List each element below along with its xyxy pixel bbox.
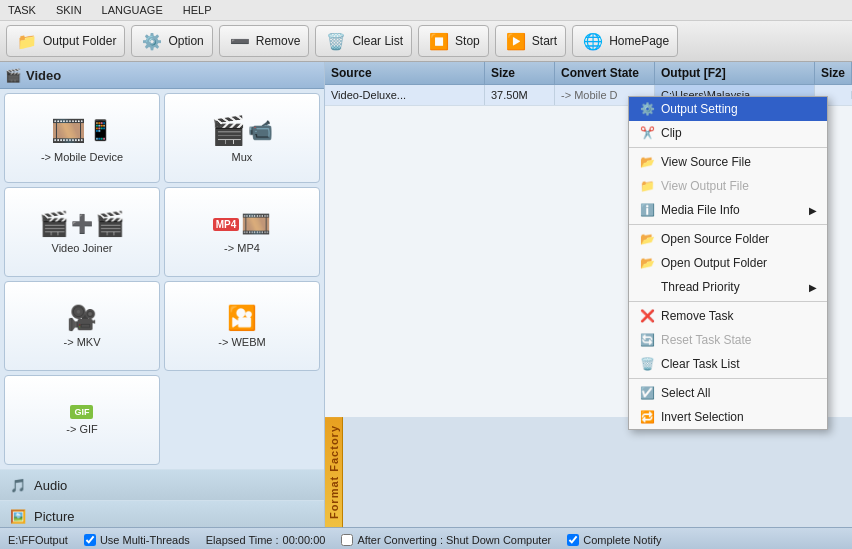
ctx-sep-4 xyxy=(629,378,827,379)
open-output-folder-icon: 📂 xyxy=(639,255,655,271)
stop-button[interactable]: ⏹️ Stop xyxy=(418,25,489,57)
stop-label: Stop xyxy=(455,34,480,48)
category-picture-label: Picture xyxy=(34,509,74,524)
ctx-output-setting-label: Output Setting xyxy=(661,102,738,116)
task-list-header: Source Size Convert State Output [F2] Si… xyxy=(325,62,852,85)
media-info-icon: ℹ️ xyxy=(639,202,655,218)
mp4-badge: MP4 xyxy=(213,218,240,231)
left-panel-title: Video xyxy=(26,68,61,83)
video-icon: 🎬 xyxy=(4,66,22,84)
ctx-clip-label: Clip xyxy=(661,126,682,140)
video-item-mux[interactable]: 🎬 📹 Mux xyxy=(164,93,320,183)
ctx-clear-task-label: Clear Task List xyxy=(661,357,739,371)
ctx-media-info-label: Media File Info xyxy=(661,203,740,217)
homepage-label: HomePage xyxy=(609,34,669,48)
picture-icon: 🖼️ xyxy=(8,506,28,526)
ctx-output-setting[interactable]: ⚙️ Output Setting xyxy=(629,97,827,121)
ctx-media-file-info[interactable]: ℹ️ Media File Info ▶ xyxy=(629,198,827,222)
mux-video-icon: 📹 xyxy=(248,118,273,142)
after-converting-label: After Converting : Shut Down Computer xyxy=(357,534,551,546)
clear-list-label: Clear List xyxy=(352,34,403,48)
start-icon: ▶️ xyxy=(504,29,528,53)
ctx-select-all-label: Select All xyxy=(661,386,710,400)
joiner-plus-icon: ➕ xyxy=(71,213,93,235)
video-item-joiner-label: Video Joiner xyxy=(52,242,113,254)
video-item-joiner[interactable]: 🎬 ➕ 🎬 Video Joiner xyxy=(4,187,160,277)
view-output-icon: 📁 xyxy=(639,178,655,194)
ctx-select-all[interactable]: ☑️ Select All xyxy=(629,381,827,405)
ctx-clip[interactable]: ✂️ Clip xyxy=(629,121,827,145)
ctx-open-output-label: Open Output Folder xyxy=(661,256,767,270)
output-setting-icon: ⚙️ xyxy=(639,101,655,117)
elapsed-time-item: Elapsed Time : 00:00:00 xyxy=(206,534,326,546)
video-item-mux-label: Mux xyxy=(232,151,253,163)
video-item-mkv[interactable]: 🎥 -> MKV xyxy=(4,281,160,371)
view-source-icon: 📂 xyxy=(639,154,655,170)
video-item-mp4[interactable]: MP4 🎞️ -> MP4 xyxy=(164,187,320,277)
ctx-remove-task[interactable]: ❌ Remove Task xyxy=(629,304,827,328)
remove-icon: ➖ xyxy=(228,29,252,53)
start-label: Start xyxy=(532,34,557,48)
menu-help[interactable]: HELP xyxy=(179,2,216,18)
left-panel-header: 🎬 Video xyxy=(0,62,324,89)
thread-priority-arrow-icon: ▶ xyxy=(809,282,817,293)
mp4-film-icon: 🎞️ xyxy=(241,210,271,238)
clear-list-button[interactable]: 🗑️ Clear List xyxy=(315,25,412,57)
video-item-webm[interactable]: 🎦 -> WEBM xyxy=(164,281,320,371)
thread-priority-icon xyxy=(639,279,655,295)
reset-task-icon: 🔄 xyxy=(639,332,655,348)
open-source-folder-icon: 📂 xyxy=(639,231,655,247)
mobile-icon: 📱 xyxy=(88,118,113,142)
output-path: E:\FFOutput xyxy=(8,534,68,546)
complete-notify-checkbox[interactable] xyxy=(567,534,579,546)
ctx-reset-task-state[interactable]: 🔄 Reset Task State xyxy=(629,328,827,352)
ctx-view-output-label: View Output File xyxy=(661,179,749,193)
video-item-webm-label: -> WEBM xyxy=(218,336,265,348)
ctx-remove-task-label: Remove Task xyxy=(661,309,733,323)
output-folder-button[interactable]: 📁 Output Folder xyxy=(6,25,125,57)
col-convert-header: Convert State xyxy=(555,62,655,84)
category-audio[interactable]: 🎵 Audio xyxy=(0,469,324,500)
video-grid: 🎞️ 📱 -> Mobile Device 🎬 📹 Mux xyxy=(0,89,324,527)
homepage-button[interactable]: 🌐 HomePage xyxy=(572,25,678,57)
output-folder-label: Output Folder xyxy=(43,34,116,48)
use-multi-threads-checkbox[interactable] xyxy=(84,534,96,546)
col-size-header: Size xyxy=(485,62,555,84)
after-converting-checkbox[interactable] xyxy=(341,534,353,546)
ctx-open-source-folder[interactable]: 📂 Open Source Folder xyxy=(629,227,827,251)
joiner-icon1: 🎬 xyxy=(39,210,69,238)
home-icon: 🌐 xyxy=(581,29,605,53)
menu-language[interactable]: LANGUAGE xyxy=(98,2,167,18)
ctx-reset-task-label: Reset Task State xyxy=(661,333,752,347)
invert-selection-icon: 🔁 xyxy=(639,409,655,425)
use-multi-threads-label: Use Multi-Threads xyxy=(100,534,190,546)
ctx-view-source-file[interactable]: 📂 View Source File xyxy=(629,150,827,174)
ctx-view-source-label: View Source File xyxy=(661,155,751,169)
left-panel-content: 🎞️ 📱 -> Mobile Device 🎬 📹 Mux xyxy=(0,89,324,527)
ctx-view-output-file[interactable]: 📁 View Output File xyxy=(629,174,827,198)
start-button[interactable]: ▶️ Start xyxy=(495,25,566,57)
ctx-clear-task-list[interactable]: 🗑️ Clear Task List xyxy=(629,352,827,376)
remove-task-icon: ❌ xyxy=(639,308,655,324)
elapsed-time-label: Elapsed Time : xyxy=(206,534,279,546)
remove-label: Remove xyxy=(256,34,301,48)
remove-button[interactable]: ➖ Remove xyxy=(219,25,310,57)
ctx-open-output-folder[interactable]: 📂 Open Output Folder xyxy=(629,251,827,275)
video-item-mobile[interactable]: 🎞️ 📱 -> Mobile Device xyxy=(4,93,160,183)
video-item-gif[interactable]: GIF -> GIF xyxy=(4,375,160,465)
option-button[interactable]: ⚙️ Option xyxy=(131,25,212,57)
category-picture[interactable]: 🖼️ Picture xyxy=(0,500,324,527)
ctx-sep-1 xyxy=(629,147,827,148)
ctx-invert-selection[interactable]: 🔁 Invert Selection xyxy=(629,405,827,429)
complete-notify-item: Complete Notify xyxy=(567,534,661,546)
context-menu: ⚙️ Output Setting ✂️ Clip 📂 View Source … xyxy=(628,96,828,430)
webm-icon: 🎦 xyxy=(227,304,257,332)
menu-task[interactable]: TASK xyxy=(4,2,40,18)
gif-badge: GIF xyxy=(70,405,93,419)
clear-task-icon: 🗑️ xyxy=(639,356,655,372)
output-path-item: E:\FFOutput xyxy=(8,534,68,546)
video-item-mp4-label: -> MP4 xyxy=(224,242,260,254)
ctx-thread-priority[interactable]: Thread Priority ▶ xyxy=(629,275,827,299)
audio-icon: 🎵 xyxy=(8,475,28,495)
menu-skin[interactable]: SKIN xyxy=(52,2,86,18)
